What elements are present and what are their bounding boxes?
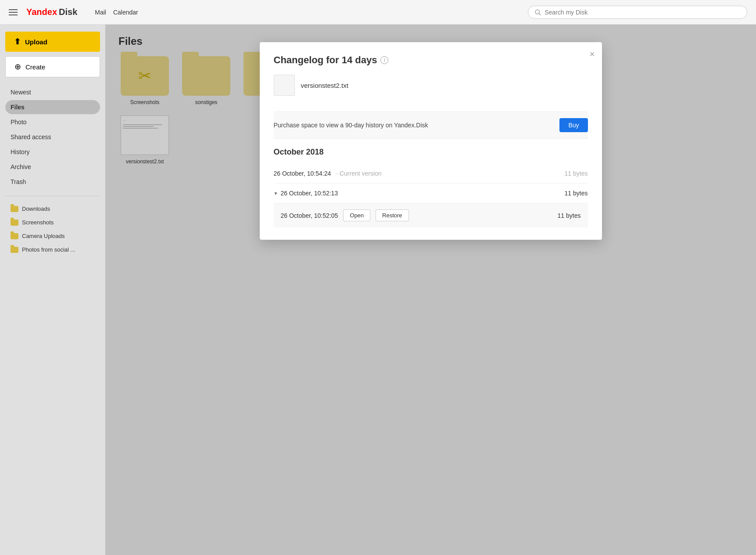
- create-label: Create: [25, 63, 45, 71]
- changelog-modal: × Changelog for 14 days i versionstest2.…: [260, 42, 602, 240]
- changelog-size-1: 11 bytes: [565, 170, 588, 177]
- sidebar-item-archive[interactable]: Archive: [5, 160, 100, 174]
- modal-file-thumbnail: [274, 75, 295, 96]
- open-button[interactable]: Open: [343, 209, 370, 221]
- search-input[interactable]: [545, 9, 741, 16]
- create-button[interactable]: ⊕ Create: [5, 56, 100, 77]
- changelog-sub-timestamp: 26 October, 10:52:05: [281, 212, 338, 219]
- sidebar-folder-camera-uploads[interactable]: Camera Uploads: [5, 231, 100, 241]
- buy-button[interactable]: Buy: [559, 118, 588, 132]
- folder-label-camera-uploads: Camera Uploads: [22, 233, 65, 239]
- changelog-sub-size: 11 bytes: [558, 212, 581, 219]
- hamburger-icon[interactable]: [9, 9, 18, 15]
- month-heading: October 2018: [274, 148, 588, 157]
- svg-line-1: [539, 13, 541, 15]
- upload-icon: ⬆: [14, 37, 21, 47]
- sidebar-item-shared-access[interactable]: Shared access: [5, 130, 100, 144]
- modal-overlay: × Changelog for 14 days i versionstest2.…: [105, 25, 756, 555]
- changelog-entry-1: 26 October, 10:54:24 · Current version 1…: [274, 164, 588, 184]
- search-bar[interactable]: [528, 6, 747, 19]
- logo-disk: Disk: [59, 7, 77, 17]
- changelog-detail-left: 26 October, 10:52:05 Open Restore: [281, 209, 409, 221]
- sidebar-item-newest[interactable]: Newest: [5, 85, 100, 99]
- changelog-timestamp-2: 26 October, 10:52:13: [280, 190, 338, 197]
- changelog-entry-1-left: 26 October, 10:54:24 · Current version: [274, 170, 382, 177]
- sidebar-divider: [5, 196, 100, 196]
- changelog-sub-entry-1: 26 October, 10:52:05 Open Restore 11 byt…: [274, 203, 588, 227]
- folder-label-photos-social: Photos from social ...: [22, 246, 75, 253]
- svg-point-0: [535, 10, 540, 14]
- restore-button[interactable]: Restore: [376, 209, 409, 221]
- modal-file-name: versionstest2.txt: [301, 82, 348, 89]
- changelog-entry-2: ▼ 26 October, 10:52:13 11 bytes: [274, 184, 588, 203]
- sidebar-item-files[interactable]: Files: [5, 100, 100, 114]
- sidebar-folder-screenshots[interactable]: Screenshots: [5, 217, 100, 228]
- folder-icon-camera-uploads: [11, 233, 18, 239]
- modal-title-text: Changelog for 14 days: [274, 54, 377, 66]
- nav-calendar[interactable]: Calendar: [113, 9, 138, 16]
- modal-title: Changelog for 14 days i: [274, 54, 588, 66]
- sidebar-item-trash[interactable]: Trash: [5, 175, 100, 189]
- logo: Yandex Disk: [26, 7, 77, 17]
- plus-icon: ⊕: [14, 62, 21, 72]
- folder-label-downloads: Downloads: [22, 205, 50, 212]
- sidebar-item-history[interactable]: History: [5, 145, 100, 159]
- modal-close-button[interactable]: ×: [590, 49, 595, 59]
- info-icon: i: [380, 56, 388, 64]
- changelog-timestamp-1: 26 October, 10:54:24: [274, 170, 331, 177]
- modal-promo-text: Purchase space to view a 90-day history …: [274, 122, 428, 129]
- folder-label-screenshots: Screenshots: [22, 219, 54, 226]
- modal-promo-bar: Purchase space to view a 90-day history …: [274, 112, 588, 139]
- upload-button[interactable]: ⬆ Upload: [5, 32, 100, 52]
- main-content: Files Screenshots sonstiges up 忉恰歹抒意础殍麀: [105, 25, 756, 555]
- sidebar-item-photo[interactable]: Photo: [5, 115, 100, 129]
- changelog-size-2: 11 bytes: [565, 190, 588, 197]
- sidebar-nav: Newest Files Photo Shared access History…: [5, 85, 100, 189]
- nav-mail[interactable]: Mail: [95, 9, 106, 16]
- upload-label: Upload: [25, 38, 47, 46]
- current-version-label: · Current version: [336, 170, 381, 177]
- header-nav: Mail Calendar: [95, 9, 138, 16]
- layout: ⬆ Upload ⊕ Create Newest Files Photo Sha…: [0, 25, 756, 555]
- folder-icon-screenshots: [11, 220, 18, 226]
- folder-icon-downloads: [11, 206, 18, 212]
- chevron-down-icon[interactable]: ▼: [274, 191, 278, 196]
- sidebar-folder-photos-social[interactable]: Photos from social ...: [5, 244, 100, 255]
- header: Yandex Disk Mail Calendar: [0, 0, 756, 25]
- sidebar-folder-downloads[interactable]: Downloads: [5, 203, 100, 214]
- logo-yandex: Yandex: [26, 7, 57, 17]
- search-icon: [534, 9, 541, 16]
- sidebar: ⬆ Upload ⊕ Create Newest Files Photo Sha…: [0, 25, 105, 555]
- changelog-sub-left: ▼ 26 October, 10:52:13: [274, 190, 338, 197]
- modal-file-row: versionstest2.txt: [274, 75, 588, 103]
- folder-icon-photos-social: [11, 247, 18, 253]
